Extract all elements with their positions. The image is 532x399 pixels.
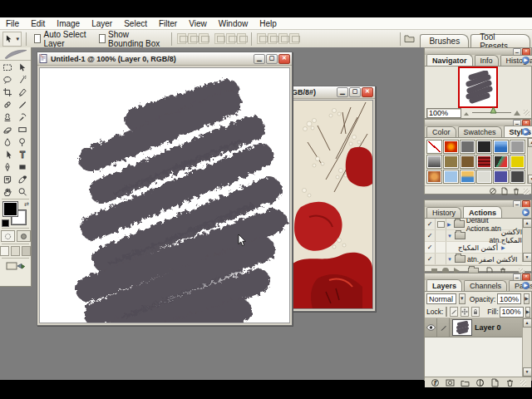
action-dialog-toggle[interactable] [436, 219, 446, 229]
layer-thumbnail[interactable] [452, 319, 472, 336]
move-tool[interactable] [15, 61, 30, 73]
standard-mode-button[interactable] [1, 230, 15, 242]
style-swatch[interactable] [426, 155, 442, 169]
tab-swatches[interactable]: Swatches [458, 126, 502, 137]
navigator-zoom-field[interactable]: 100% [426, 108, 461, 118]
style-swatch[interactable] [460, 170, 475, 184]
new-layer-set-button[interactable] [460, 378, 470, 387]
tab-layers[interactable]: Layers [426, 279, 462, 291]
dodge-tool[interactable] [15, 135, 30, 148]
healing-brush-tool[interactable] [0, 98, 15, 111]
zoom-in-icon[interactable] [513, 109, 522, 116]
maximize-button[interactable]: ▢ [266, 54, 278, 64]
lock-image-button[interactable] [450, 307, 458, 317]
menu-image[interactable]: Image [51, 19, 86, 28]
style-swatch[interactable] [510, 140, 525, 154]
tab-channels[interactable]: Channels [464, 280, 507, 291]
action-dialog-toggle[interactable] [436, 230, 446, 241]
style-swatch[interactable] [443, 155, 459, 169]
fill-field[interactable]: 100% [500, 307, 524, 318]
layers-scrollbar[interactable]: ▲ ▼ [522, 318, 531, 377]
file-browser-button[interactable] [404, 33, 415, 44]
menu-filter[interactable]: Filter [153, 19, 183, 28]
lasso-tool[interactable] [0, 73, 15, 86]
tab-navigator[interactable]: Navigator [426, 54, 473, 66]
styles-scrollbar[interactable]: ▲ ▼ [527, 138, 532, 184]
minimize-button[interactable]: ▁ [337, 87, 348, 97]
resize-grip[interactable] [524, 189, 530, 195]
tab-color[interactable]: Color [426, 126, 456, 137]
style-swatch[interactable] [460, 140, 475, 154]
action-dialog-toggle[interactable] [436, 242, 446, 253]
action-row[interactable]: ✓ ▼ الأكشن اصفر.atn [425, 254, 522, 265]
crop-tool[interactable] [0, 86, 15, 98]
palette-menu-button[interactable]: ▶ [522, 282, 530, 289]
adjustment-layer-button[interactable] [475, 378, 485, 387]
foreground-color-swatch[interactable] [3, 202, 17, 216]
fullscreen-menubar-mode-button[interactable] [11, 246, 20, 256]
layer-style-button[interactable]: f [430, 378, 441, 387]
palette-menu-button[interactable]: ▶ [522, 57, 530, 64]
close-button[interactable]: ✕ [278, 54, 290, 64]
style-swatch[interactable] [493, 170, 509, 184]
style-swatch[interactable] [460, 155, 475, 169]
navigator-view-box[interactable] [458, 66, 498, 108]
scroll-up-arrow[interactable]: ▲ [528, 138, 532, 147]
scroll-down-arrow[interactable]: ▼ [523, 253, 532, 262]
history-brush-tool[interactable] [15, 111, 30, 123]
tab-history[interactable]: History [426, 207, 461, 218]
scroll-down-arrow[interactable]: ▼ [528, 175, 532, 184]
magic-wand-tool[interactable] [15, 73, 30, 86]
layer-visibility-toggle[interactable] [425, 318, 437, 337]
menu-help[interactable]: Help [254, 19, 283, 28]
slice-tool[interactable] [15, 86, 30, 98]
zoom-out-icon[interactable] [463, 110, 470, 116]
clone-stamp-tool[interactable] [0, 111, 15, 123]
palette-well-tab-brushes[interactable]: Brushes [420, 34, 469, 47]
blend-mode-select[interactable]: Normal [426, 293, 456, 304]
path-selection-tool[interactable] [0, 148, 15, 160]
style-swatch[interactable] [493, 155, 509, 169]
fill-arrow[interactable]: ▶ [525, 307, 531, 318]
jump-to-imageready-button[interactable] [0, 259, 31, 273]
expander-collapsed-icon[interactable]: ▶ [447, 221, 451, 227]
fullscreen-mode-button[interactable] [22, 246, 31, 256]
resize-grip[interactable] [524, 110, 530, 116]
opacity-arrow[interactable]: ▶ [524, 293, 530, 304]
action-row[interactable]: ✓ ▼ الأكشن المكياج.atn [425, 230, 522, 242]
hand-tool[interactable] [0, 185, 15, 198]
style-swatch[interactable] [476, 155, 492, 169]
auto-select-layer-checkbox[interactable] [34, 34, 41, 43]
style-swatch-none[interactable] [426, 140, 442, 154]
delete-style-button[interactable] [512, 187, 520, 195]
gradient-tool[interactable] [15, 123, 30, 135]
standard-screen-mode-button[interactable] [0, 246, 9, 256]
menu-file[interactable]: File [0, 19, 25, 28]
scroll-up-arrow[interactable]: ▲ [523, 318, 532, 328]
zoom-slider[interactable] [472, 112, 511, 113]
menu-view[interactable]: View [183, 19, 213, 28]
document1-canvas[interactable] [39, 67, 290, 323]
type-tool[interactable]: T [15, 148, 30, 160]
layer-row-layer0[interactable]: Layer 0 [425, 318, 531, 337]
document-window-untitled1[interactable]: Untitled-1 @ 100% (Layer 0, RGB/8) ▁ ▢ ✕ [37, 52, 293, 326]
document-window-flowers[interactable]: GB/8#) ▁ ▢ ✕ [289, 86, 376, 312]
shape-tool[interactable] [15, 160, 30, 173]
lock-all-button[interactable] [471, 307, 480, 317]
maximize-button[interactable]: ▢ [349, 87, 361, 97]
style-swatch[interactable] [510, 155, 525, 169]
menu-edit[interactable]: Edit [25, 19, 51, 28]
blend-mode-dropdown-arrow[interactable]: ▼ [459, 293, 466, 304]
document2-canvas[interactable] [292, 100, 373, 309]
zoom-tool[interactable] [15, 185, 30, 198]
action-check[interactable]: ✓ [425, 230, 436, 241]
style-swatch[interactable] [493, 140, 509, 154]
move-tool-preset-button[interactable]: ▼ [2, 32, 22, 47]
show-bounding-box-checkbox[interactable] [99, 34, 106, 43]
style-swatch[interactable] [476, 140, 492, 154]
resize-grip[interactable] [520, 380, 526, 386]
style-swatch[interactable] [426, 170, 442, 184]
expander-collapsed-icon[interactable]: ▶ [501, 244, 505, 250]
style-swatch[interactable] [443, 170, 459, 184]
quick-mask-mode-button[interactable] [17, 230, 31, 242]
